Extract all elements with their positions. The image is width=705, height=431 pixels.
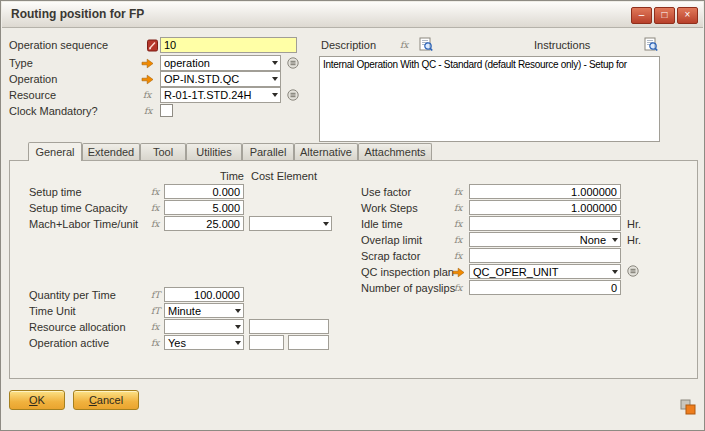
qc-inspection-plan-select[interactable]: QC_OPER_UNIT: [469, 264, 621, 279]
scrap-factor-input[interactable]: [469, 248, 621, 263]
formula-icon: fx: [151, 203, 159, 213]
operation-sequence-label: Operation sequence: [9, 39, 108, 51]
clock-mandatory-label: Clock Mandatory?: [9, 105, 98, 117]
use-factor-input[interactable]: 1.000000: [469, 184, 621, 199]
idle-time-label: Idle time: [361, 218, 403, 230]
time-unit-label: Time Unit: [29, 305, 76, 317]
link-arrow-icon[interactable]: [141, 58, 154, 69]
instructions-label: Instructions: [534, 39, 590, 51]
formula-icon: fx: [151, 187, 159, 197]
type-label: Type: [9, 57, 33, 69]
cancel-button[interactable]: Cancel: [73, 390, 139, 410]
tab-alternative[interactable]: Alternative: [294, 143, 358, 160]
operation-active-value: Yes: [165, 337, 232, 349]
tab-attachments[interactable]: Attachments: [358, 143, 432, 160]
scrap-factor-label: Scrap factor: [361, 250, 420, 262]
time-unit-select[interactable]: Minute: [164, 303, 244, 318]
setup-time-value: 0.000: [212, 186, 240, 198]
dropdown-arrow-icon: [269, 61, 280, 65]
type-select[interactable]: operation: [160, 55, 281, 71]
setup-time-label: Setup time: [29, 186, 82, 198]
close-button[interactable]: ×: [677, 7, 698, 24]
quantity-per-time-label: Quantity per Time: [29, 289, 116, 301]
use-factor-value: 1.000000: [571, 186, 617, 198]
form-settings-icon[interactable]: [680, 399, 696, 415]
operation-active-to-input[interactable]: [288, 335, 329, 350]
cost-element-column-header: Cost Element: [251, 170, 317, 182]
dropdown-arrow-icon: [232, 341, 243, 345]
formula-icon: fx: [454, 283, 462, 293]
dropdown-arrow-icon: [269, 77, 280, 81]
number-of-payslips-value: 0: [611, 282, 617, 294]
operation-sequence-input[interactable]: 10: [160, 37, 297, 53]
number-of-payslips-label: Number of payslips: [361, 282, 455, 294]
minimize-button[interactable]: –: [631, 7, 652, 24]
tab-parallel[interactable]: Parallel: [242, 143, 294, 160]
description-label: Description: [321, 39, 376, 51]
edit-pencil-icon: [147, 39, 158, 52]
formula-t-icon: fT: [151, 306, 160, 316]
work-steps-value: 1.000000: [571, 202, 617, 214]
mach-labor-time-input[interactable]: 25.000: [164, 216, 244, 231]
resource-label: Resource: [9, 89, 56, 101]
resource-allocation-extra-input[interactable]: [249, 319, 329, 334]
quantity-per-time-value: 100.0000: [194, 289, 240, 301]
dropdown-arrow-icon: [609, 270, 620, 274]
type-value: operation: [161, 57, 269, 69]
dropdown-arrow-icon: [232, 325, 243, 329]
operation-select[interactable]: OP-IN.STD.QC: [160, 71, 281, 87]
operation-active-select[interactable]: Yes: [164, 335, 244, 350]
formula-t-icon: fT: [151, 290, 160, 300]
number-of-payslips-input[interactable]: 0: [469, 280, 621, 295]
window-title: Routing position for FP: [11, 7, 144, 21]
open-text-editor-icon[interactable]: [644, 37, 658, 52]
dropdown-arrow-icon: [320, 222, 331, 226]
context-menu-icon[interactable]: [287, 57, 299, 69]
operation-active-from-input[interactable]: [249, 335, 284, 350]
cost-element-select[interactable]: [249, 216, 332, 231]
dropdown-arrow-icon: [609, 238, 620, 242]
tab-general[interactable]: General: [28, 142, 82, 161]
description-textarea[interactable]: Internal Operation With QC - Standard (d…: [319, 56, 660, 142]
operation-label: Operation: [9, 73, 57, 85]
overlap-limit-unit-label: Hr.: [627, 234, 641, 246]
quantity-per-time-input[interactable]: 100.0000: [164, 287, 244, 302]
tab-utilities[interactable]: Utilities: [186, 143, 242, 160]
setup-time-input[interactable]: 0.000: [164, 184, 244, 199]
resource-select[interactable]: R-01-1T.STD.24H: [160, 87, 281, 103]
setup-time-capacity-label: Setup time Capacity: [29, 202, 127, 214]
link-arrow-icon[interactable]: [452, 267, 465, 278]
tab-extended[interactable]: Extended: [82, 143, 140, 160]
title-bar: Routing position for FP – □ ×: [2, 2, 703, 28]
context-menu-icon[interactable]: [627, 265, 639, 277]
formula-icon: fx: [400, 40, 408, 50]
operation-value: OP-IN.STD.QC: [161, 73, 269, 85]
mach-labor-time-value: 25.000: [206, 218, 240, 230]
operation-active-label: Operation active: [29, 337, 109, 349]
work-steps-label: Work Steps: [361, 202, 418, 214]
clock-mandatory-checkbox[interactable]: [160, 104, 173, 117]
formula-icon: fx: [151, 338, 159, 348]
resource-allocation-select[interactable]: [164, 319, 244, 334]
qc-inspection-plan-value: QC_OPER_UNIT: [470, 266, 609, 278]
idle-time-input[interactable]: [469, 216, 621, 231]
context-menu-icon[interactable]: [287, 89, 299, 101]
window-controls: – □ ×: [631, 7, 698, 24]
link-arrow-icon[interactable]: [141, 74, 154, 85]
setup-time-capacity-input[interactable]: 5.000: [164, 200, 244, 215]
overlap-limit-value: None: [470, 234, 609, 246]
operation-sequence-value: 10: [164, 39, 176, 51]
tab-tool[interactable]: Tool: [140, 143, 186, 160]
ok-button[interactable]: OK: [9, 390, 65, 410]
formula-icon: fx: [454, 251, 462, 261]
formula-icon: fx: [144, 106, 152, 116]
work-steps-input[interactable]: 1.000000: [469, 200, 621, 215]
formula-icon: fx: [454, 235, 462, 245]
formula-icon: fx: [454, 219, 462, 229]
resource-allocation-label: Resource allocation: [29, 321, 126, 333]
open-text-editor-icon[interactable]: [419, 37, 433, 52]
overlap-limit-select[interactable]: None: [469, 232, 621, 247]
mach-labor-time-label: Mach+Labor Time/unit: [29, 218, 138, 230]
setup-time-capacity-value: 5.000: [212, 202, 240, 214]
restore-button[interactable]: □: [654, 7, 675, 24]
